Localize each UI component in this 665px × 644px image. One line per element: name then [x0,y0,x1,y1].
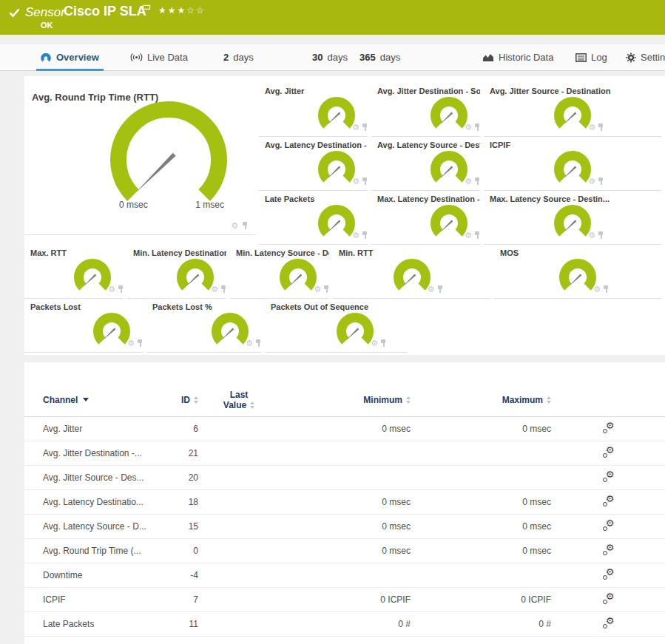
column-header-channel[interactable]: Channel [43,395,169,405]
gear-icon[interactable] [231,222,238,230]
edit-channel-gear-icon[interactable] [602,520,615,531]
channel-name[interactable]: Late Packets [43,619,169,629]
pin-icon[interactable] [362,231,368,240]
column-header-label: ID [181,395,190,405]
tab-log[interactable]: Log [575,44,607,70]
gear-icon[interactable] [352,231,359,240]
gear-icon[interactable] [211,285,218,294]
channel-minimum: 0 # [280,619,411,629]
channel-table-panel: Channel ID Last Value Minimum Maximum Av… [24,362,665,644]
gear-icon[interactable] [314,285,321,294]
pin-icon[interactable] [137,339,143,348]
flag-icon[interactable] [142,4,151,14]
pin-icon[interactable] [437,285,443,294]
edit-channel-gear-icon[interactable] [602,569,615,580]
gauge-tile: Packets Lost [24,299,143,353]
table-row: Downtime -4 [24,563,665,588]
channel-name[interactable]: ICPIF [43,594,169,605]
gauge-dial [552,92,593,132]
stars-filled[interactable]: ★★★ [158,5,186,16]
gauge-icon [41,52,52,63]
pin-icon[interactable] [242,222,248,230]
channel-name[interactable]: Avg. Jitter Destination -... [43,448,169,458]
sort-icon [547,396,551,404]
gear-icon[interactable] [588,123,595,132]
tab-historic-data[interactable]: Historic Data [482,44,553,70]
tab-30-days[interactable]: 30 days [312,44,348,70]
edit-channel-gear-icon[interactable] [602,593,615,604]
pin-icon[interactable] [474,123,480,132]
pin-icon[interactable] [362,177,368,186]
column-header-id[interactable]: ID [169,395,198,405]
pin-icon[interactable] [474,231,480,240]
gear-icon[interactable] [352,177,359,186]
gear-icon[interactable] [428,285,435,294]
edit-channel-gear-icon[interactable] [602,422,615,433]
channel-name[interactable]: Avg. Round Trip Time (... [43,546,169,556]
gauge-tile: Max. Latency Source - Destin... [484,191,661,245]
channel-name[interactable]: Avg. Latency Destinatio... [43,497,169,507]
gear-icon[interactable] [371,339,378,348]
pin-icon[interactable] [255,339,261,348]
pin-icon[interactable] [323,285,329,294]
pin-icon[interactable] [380,339,386,348]
gear-icon[interactable] [246,339,253,348]
tab-number: 365 [359,52,376,63]
edit-channel-gear-icon[interactable] [602,495,615,506]
gauge-dial [316,92,357,132]
gauge-tile: Avg. Latency Destination - So... [259,137,368,191]
gear-icon[interactable] [465,231,472,240]
pin-icon[interactable] [118,285,124,294]
gauge-tile: Avg. Jitter [259,83,368,137]
tab-label: Settings [641,52,665,63]
pin-icon[interactable] [598,123,604,132]
channel-id: 11 [169,619,198,629]
edit-channel-gear-icon[interactable] [602,447,615,458]
column-header-last-value[interactable]: Last Value [198,390,280,410]
pin-icon[interactable] [362,123,368,132]
tab-settings[interactable]: Settings [626,44,665,70]
edit-channel-gear-icon[interactable] [602,544,615,555]
gear-icon[interactable] [588,231,595,240]
channel-name[interactable]: Avg. Jitter [43,424,169,434]
table-row: Avg. Round Trip Time (... 0 0 msec 0 mse… [24,539,665,563]
gear-icon[interactable] [465,177,472,186]
tab-overview[interactable]: Overview [41,44,99,70]
gauge-dial [428,92,470,132]
pin-icon[interactable] [598,231,604,240]
column-header-maximum[interactable]: Maximum [411,395,551,405]
gauge-dial [428,200,470,240]
gear-icon[interactable] [108,285,115,294]
channel-name[interactable]: Avg. Latency Source - D... [43,521,169,532]
sort-icon [250,401,254,409]
gear-icon[interactable] [588,177,595,186]
stars-empty[interactable]: ☆☆ [186,5,206,16]
edit-channel-gear-icon[interactable] [602,617,615,628]
tab-2-days[interactable]: 2 days [223,44,254,70]
gauge-tile: Late Packets [259,191,368,245]
channel-minimum: 0 msec [280,497,411,507]
priority-stars[interactable]: ★★★☆☆ [158,5,206,16]
table-row: ICPIF 7 0 ICPIF 0 ICPIF [24,588,665,612]
column-header-minimum[interactable]: Minimum [280,395,411,405]
gear-icon[interactable] [352,123,359,132]
channel-name[interactable]: Avg. Jitter Source - Des... [43,472,169,483]
page-title: Cisco IP SLA [64,4,146,19]
gauge-tile: Min. Latency Source - Destina... [230,245,329,299]
tab-365-days[interactable]: 365 days [359,44,400,70]
tab-label: Historic Data [499,52,553,63]
pin-icon[interactable] [474,177,480,186]
gear-icon[interactable] [127,339,135,348]
pin-icon[interactable] [220,285,226,294]
channel-maximum: 0 msec [411,424,551,434]
pin-icon[interactable] [603,285,609,294]
tab-live-data[interactable]: Live Data [130,44,188,70]
edit-channel-gear-icon[interactable] [602,471,615,482]
channel-maximum: 0 msec [411,521,551,532]
gear-icon[interactable] [593,285,601,294]
pin-icon[interactable] [598,177,604,186]
gear-icon[interactable] [465,123,472,132]
gauge-tile: Max. Latency Destination - So... [371,191,480,245]
channel-name[interactable]: Downtime [43,570,169,580]
channel-id: 0 [169,546,198,556]
